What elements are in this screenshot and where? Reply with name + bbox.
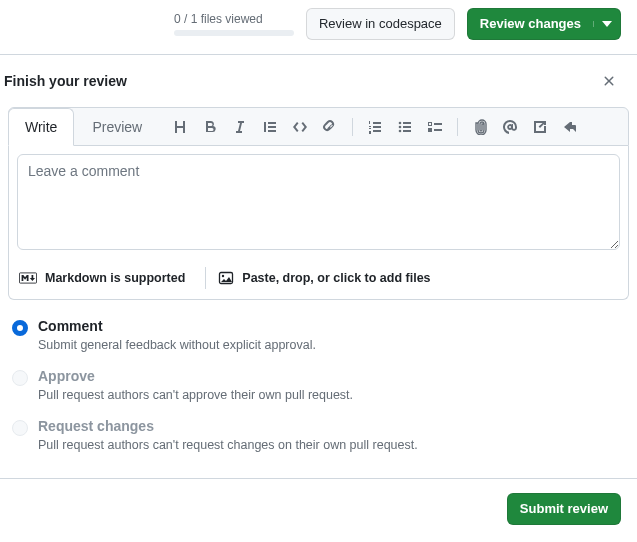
panel-footer: Submit review	[0, 478, 637, 539]
svg-point-0	[399, 121, 402, 124]
review-form: Write Preview	[8, 107, 629, 478]
tab-preview[interactable]: Preview	[76, 109, 158, 145]
helpbar-separator	[205, 267, 206, 289]
mention-icon[interactable]	[502, 119, 518, 135]
radio-comment[interactable]	[12, 320, 28, 336]
review-changes-button[interactable]: Review changes	[467, 8, 621, 40]
option-request-changes: Request changes Pull request authors can…	[12, 412, 621, 462]
review-options: Comment Submit general feedback without …	[8, 300, 629, 470]
close-icon[interactable]	[597, 69, 621, 93]
option-comment[interactable]: Comment Submit general feedback without …	[12, 312, 621, 362]
files-viewed-label: 0 / 1 files viewed	[174, 12, 294, 26]
svg-point-5	[222, 275, 224, 277]
markdown-hint-label: Markdown is supported	[45, 271, 185, 285]
panel-title: Finish your review	[4, 73, 127, 89]
option-approve-label: Approve	[38, 368, 353, 384]
tab-write[interactable]: Write	[8, 108, 74, 146]
file-drop-hint-label: Paste, drop, or click to add files	[242, 271, 430, 285]
svg-point-2	[399, 129, 402, 132]
image-icon	[218, 270, 234, 286]
cross-reference-icon[interactable]	[532, 119, 548, 135]
review-in-codespace-button[interactable]: Review in codespace	[306, 8, 455, 40]
attachment-icon[interactable]	[472, 119, 488, 135]
file-drop-hint[interactable]: Paste, drop, or click to add files	[218, 270, 430, 286]
bold-icon[interactable]	[202, 119, 218, 135]
reply-icon[interactable]	[562, 119, 578, 135]
toolbar-separator	[352, 118, 353, 136]
markdown-icon	[19, 272, 37, 284]
option-request-label: Request changes	[38, 418, 418, 434]
toolbar-right	[472, 119, 578, 135]
comment-box: Markdown is supported Paste, drop, or cl…	[8, 146, 629, 300]
option-comment-label: Comment	[38, 318, 316, 334]
toolbar-separator	[457, 118, 458, 136]
radio-request-changes	[12, 420, 28, 436]
task-list-icon[interactable]	[427, 119, 443, 135]
files-viewed-progress	[174, 30, 294, 36]
svg-point-1	[399, 125, 402, 128]
caret-down-icon	[593, 21, 612, 27]
link-icon[interactable]	[322, 119, 338, 135]
editor-tab-row: Write Preview	[8, 107, 629, 146]
files-viewed: 0 / 1 files viewed	[174, 12, 294, 36]
option-approve: Approve Pull request authors can't appro…	[12, 362, 621, 412]
italic-icon[interactable]	[232, 119, 248, 135]
review-changes-label: Review changes	[480, 14, 581, 34]
ordered-list-icon[interactable]	[367, 119, 383, 135]
markdown-hint[interactable]: Markdown is supported	[19, 271, 201, 285]
option-request-desc: Pull request authors can't request chang…	[38, 438, 418, 452]
comment-textarea[interactable]	[17, 154, 620, 250]
code-icon[interactable]	[292, 119, 308, 135]
submit-review-button[interactable]: Submit review	[507, 493, 621, 525]
top-bar: 0 / 1 files viewed Review in codespace R…	[0, 0, 637, 55]
review-in-codespace-label: Review in codespace	[319, 14, 442, 34]
heading-icon[interactable]	[172, 119, 188, 135]
option-comment-desc: Submit general feedback without explicit…	[38, 338, 316, 352]
option-approve-desc: Pull request authors can't approve their…	[38, 388, 353, 402]
formatting-toolbar	[164, 118, 586, 136]
unordered-list-icon[interactable]	[397, 119, 413, 135]
help-bar: Markdown is supported Paste, drop, or cl…	[17, 259, 620, 291]
radio-approve	[12, 370, 28, 386]
panel-header: Finish your review	[0, 55, 637, 107]
quote-icon[interactable]	[262, 119, 278, 135]
submit-review-label: Submit review	[520, 499, 608, 519]
